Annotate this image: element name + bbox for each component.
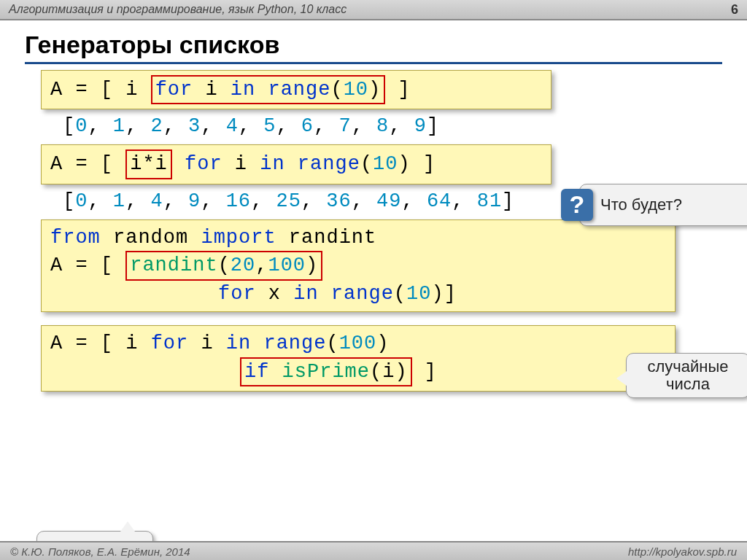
callout-text: Что будет? [600,196,682,214]
callout-question: ? Что будет? [579,184,747,226]
callout-text: случайные числа [647,357,728,393]
callout-random: случайные числа [626,353,747,398]
highlight-box: i*i [125,149,172,179]
code-text: for i in range(10) ] [172,153,436,175]
highlight-box: for i in range(10) [151,75,386,104]
code-text: A = [ [50,153,125,175]
code-text: A = [ i [50,79,151,101]
output-1: [0, 1, 2, 3, 4, 5, 6, 7, 8, 9] [63,115,706,137]
url: http://kpolyakov.spb.ru [628,545,737,558]
topbar: Алгоритмизация и программирование, язык … [0,0,747,20]
code-block-4: A = [ i for i in range(100) if isPrime(i… [41,325,676,392]
page-title: Генераторы списков [25,31,722,64]
subject: Алгоритмизация и программирование, язык … [9,3,347,16]
question-icon: ? [561,189,593,221]
code-text: ] [385,79,410,101]
highlight-box: randint(20,100) [125,251,322,280]
code-block-1: A = [ i for i in range(10) ] [41,70,551,109]
code-line: A = [ randint(20,100) [50,251,666,280]
page-number: 6 [731,2,738,18]
highlight-box: if isPrime(i) [240,357,412,386]
code-line: from random import randint [50,225,666,251]
code-block-2: A = [ i*i for i in range(10) ] [41,144,551,184]
code-line: for x in range(10)] [50,281,666,307]
code-block-3: from random import randint A = [ randint… [41,219,676,312]
footer: © К.Ю. Поляков, Е.А. Ерёмин, 2014 http:/… [0,541,747,560]
copyright: © К.Ю. Поляков, Е.А. Ерёмин, 2014 [10,545,190,558]
code-line: A = [ i for i in range(100) [50,330,666,357]
content: A = [ i for i in range(10) ] [0, 1, 2, 3… [0,70,747,392]
code-line: if isPrime(i) ] [50,357,666,386]
